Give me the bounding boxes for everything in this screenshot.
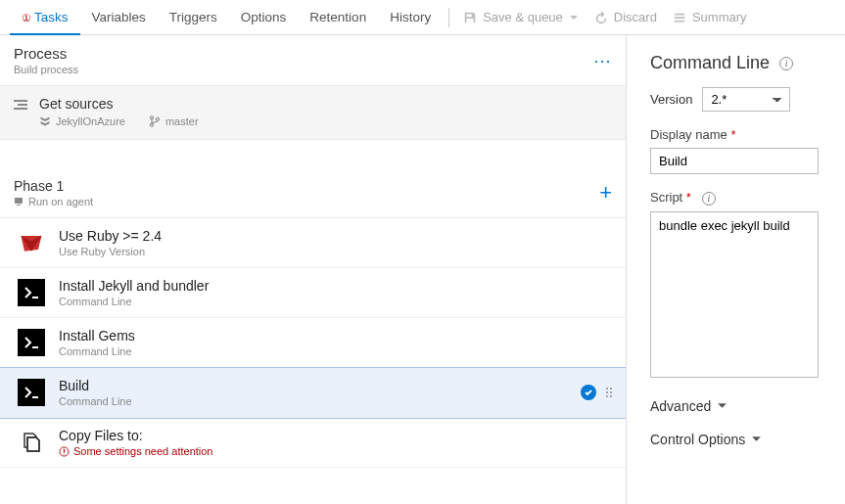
- task-install-gems[interactable]: Install Gems Command Line: [0, 318, 626, 368]
- chevron-down-icon: [751, 434, 762, 444]
- tab-triggers[interactable]: Triggers: [158, 0, 229, 35]
- svg-point-0: [150, 116, 153, 119]
- task-copy-files[interactable]: Copy Files to: Some settings need attent…: [0, 418, 626, 468]
- phase-title: Phase 1: [14, 178, 93, 194]
- advanced-expander[interactable]: Advanced: [650, 398, 845, 414]
- task-title: Install Jekyll and bundler: [59, 278, 612, 294]
- task-sub: Command Line: [59, 395, 567, 407]
- warning-icon: [59, 446, 70, 457]
- agent-icon: [14, 197, 23, 206]
- svg-rect-3: [15, 198, 23, 204]
- control-options-expander[interactable]: Control Options: [650, 432, 845, 447]
- save-queue-button: Save & queue: [455, 0, 587, 35]
- warning-icon: ①: [22, 12, 31, 23]
- task-warning: Some settings need attention: [59, 445, 612, 457]
- chevron-down-icon: [717, 400, 728, 411]
- version-label: Version: [650, 92, 692, 107]
- ruby-icon: [18, 229, 45, 256]
- info-icon[interactable]: i: [779, 57, 793, 70]
- task-sub: Command Line: [59, 345, 612, 357]
- version-select[interactable]: 2.*: [702, 87, 790, 112]
- sources-icon: [14, 96, 27, 110]
- branch-chip: master: [149, 115, 199, 127]
- cmd-icon: [18, 329, 45, 356]
- discard-button: Discard: [587, 0, 665, 35]
- script-label: Script * i: [650, 190, 716, 205]
- task-title: Copy Files to:: [59, 428, 612, 443]
- pipeline-panel: Process Build process ⋯ Get sources Jeky…: [0, 35, 627, 504]
- undo-icon: [594, 11, 608, 24]
- repo-chip: JekyllOnAzure: [39, 115, 125, 127]
- process-title: Process: [14, 45, 78, 62]
- process-sub: Build process: [14, 64, 78, 75]
- display-name-label: Display name *: [650, 127, 735, 142]
- tab-tasks[interactable]: ①Tasks: [10, 0, 80, 35]
- add-task-button[interactable]: +: [599, 180, 612, 206]
- repo-icon: [39, 115, 51, 127]
- summary-button: Summary: [665, 0, 755, 35]
- get-sources-row[interactable]: Get sources JekyllOnAzure master: [0, 86, 626, 140]
- panel-heading: Command Line i: [650, 53, 845, 73]
- tab-options[interactable]: Options: [229, 0, 299, 35]
- top-tabs: ①Tasks Variables Triggers Options Retent…: [0, 0, 845, 35]
- tab-retention[interactable]: Retention: [298, 0, 378, 35]
- cmd-icon: [18, 379, 45, 406]
- summary-icon: [673, 11, 686, 24]
- drag-handle[interactable]: [606, 388, 612, 397]
- display-name-input[interactable]: [650, 148, 819, 174]
- script-textarea[interactable]: bundle exec jekyll build: [650, 211, 819, 378]
- process-row[interactable]: Process Build process ⋯: [0, 35, 626, 86]
- save-icon: [463, 11, 477, 24]
- task-use-ruby[interactable]: Use Ruby >= 2.4 Use Ruby Version: [0, 218, 626, 268]
- svg-rect-4: [17, 205, 21, 206]
- svg-point-1: [150, 123, 153, 126]
- cmd-icon: [18, 279, 45, 306]
- status-ok-icon: [581, 385, 596, 400]
- task-title: Install Gems: [59, 328, 612, 344]
- task-install-jekyll[interactable]: Install Jekyll and bundler Command Line: [0, 268, 626, 318]
- task-title: Use Ruby >= 2.4: [59, 228, 612, 244]
- toolbar-separator: [448, 8, 449, 27]
- task-sub: Use Ruby Version: [59, 246, 612, 257]
- details-panel: Command Line i Version 2.* Display name …: [627, 35, 845, 504]
- phase-sub: Run on agent: [14, 196, 93, 207]
- chevron-down-icon: [569, 13, 579, 23]
- tab-variables[interactable]: Variables: [80, 0, 158, 35]
- task-sub: Command Line: [59, 296, 612, 307]
- branch-icon: [149, 115, 161, 127]
- phase-row[interactable]: Phase 1 Run on agent +: [0, 169, 626, 218]
- more-actions-button[interactable]: ⋯: [593, 50, 612, 71]
- sources-title: Get sources: [39, 96, 612, 112]
- task-title: Build: [59, 378, 567, 393]
- tab-history[interactable]: History: [378, 0, 443, 35]
- svg-point-2: [156, 117, 159, 120]
- copy-files-icon: [18, 429, 45, 456]
- info-icon[interactable]: i: [702, 192, 716, 206]
- task-build[interactable]: Build Command Line: [0, 368, 626, 418]
